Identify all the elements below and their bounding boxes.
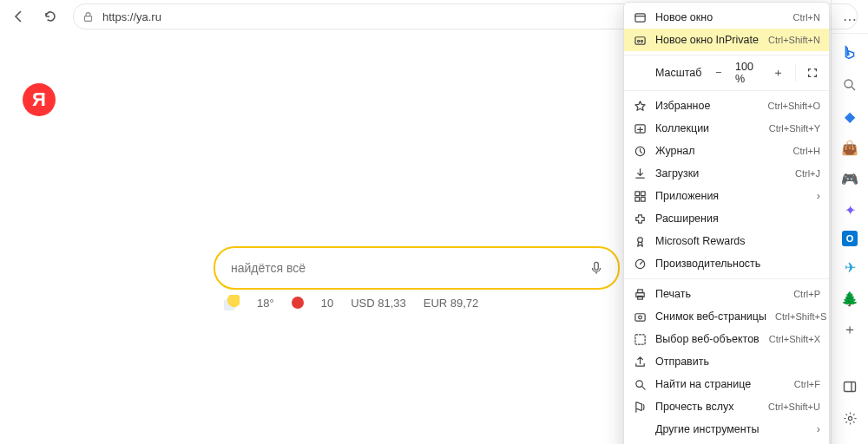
menu-item-capture[interactable]: Снимок веб-страницыCtrl+Shift+S xyxy=(624,305,829,328)
usd-rate: USD 81,33 xyxy=(351,297,406,310)
eur-rate: EUR 89,72 xyxy=(424,297,479,310)
menu-item-downloads[interactable]: ЗагрузкиCtrl+J xyxy=(624,162,829,185)
menu-item-find[interactable]: Найти на страницеCtrl+F xyxy=(624,373,829,395)
menu-item-shortcut: Ctrl+P xyxy=(793,289,820,299)
temperature: 18° xyxy=(257,297,274,310)
menu-item-history[interactable]: ЖурналCtrl+H xyxy=(624,140,829,162)
info-bar: 18° 10 USD 81,33 EUR 89,72 xyxy=(224,295,478,310)
zoom-value: 100 % xyxy=(735,61,761,85)
weather-icon xyxy=(224,295,240,310)
menu-item-shortcut: Ctrl+Shift+Y xyxy=(769,123,820,134)
favorites-icon xyxy=(633,99,647,113)
briefcase-icon[interactable]: 👜 xyxy=(839,137,860,158)
search-icon[interactable] xyxy=(839,75,860,95)
svg-point-6 xyxy=(641,40,642,42)
menu-item-shortcut: Ctrl+J xyxy=(795,168,820,179)
fullscreen-button[interactable] xyxy=(804,63,820,82)
apps-icon xyxy=(633,189,647,203)
rewards-icon xyxy=(633,234,647,248)
yandex-logo[interactable]: Я xyxy=(23,83,56,116)
menu-item-label: Расширения xyxy=(655,212,820,225)
menu-item-label: Печать xyxy=(655,288,785,300)
menu-item-label: Новое окно InPrivate xyxy=(655,34,760,46)
search-input[interactable] xyxy=(229,260,589,276)
menu-item-collections[interactable]: КоллекцииCtrl+Shift+Y xyxy=(624,117,829,140)
menu-item-label: Отправить xyxy=(655,356,820,368)
svg-rect-27 xyxy=(845,382,856,392)
games-icon[interactable]: 🎮 xyxy=(839,168,860,189)
menu-item-share[interactable]: Отправить xyxy=(624,350,829,373)
bing-icon[interactable] xyxy=(839,43,860,64)
outlook-icon[interactable]: O xyxy=(842,231,858,246)
menu-item-shortcut: Ctrl+Shift+O xyxy=(767,101,820,111)
air-quality-icon xyxy=(292,297,304,309)
lock-icon xyxy=(82,11,94,23)
copilot-icon[interactable]: ✦ xyxy=(839,199,860,220)
chevron-right-icon: › xyxy=(817,423,820,435)
refresh-button[interactable] xyxy=(36,3,64,30)
svg-rect-2 xyxy=(635,13,644,21)
zoom-in-button[interactable]: ＋ xyxy=(770,63,786,82)
add-icon[interactable]: ＋ xyxy=(839,319,860,340)
print-icon xyxy=(633,287,647,301)
menu-item-label: Приложения xyxy=(655,190,808,202)
svg-point-26 xyxy=(845,80,852,88)
perf-icon xyxy=(633,257,647,271)
svg-rect-18 xyxy=(637,289,642,292)
menu-item-webselect[interactable]: Выбор веб-объектовCtrl+Shift+X xyxy=(624,328,829,350)
new-window-icon xyxy=(633,10,647,24)
tree-icon[interactable]: 🌲 xyxy=(839,288,860,309)
svg-rect-0 xyxy=(84,16,91,21)
search-box[interactable] xyxy=(214,246,620,290)
menu-item-label: Другие инструменты xyxy=(655,423,808,435)
extensions-icon xyxy=(633,212,647,225)
svg-rect-14 xyxy=(641,197,645,201)
menu-item-shortcut: Ctrl+F xyxy=(794,379,820,389)
back-button[interactable] xyxy=(5,3,33,30)
edge-sidebar: ⋯ ◆ 👜 🎮 ✦ O ✈ 🌲 ＋ xyxy=(831,0,868,444)
menu-item-label: Производительность xyxy=(655,258,820,270)
svg-point-21 xyxy=(638,316,641,319)
menu-item-print[interactable]: ПечатьCtrl+P xyxy=(624,283,829,305)
menu-item-moretools[interactable]: Другие инструменты› xyxy=(624,418,829,441)
svg-rect-20 xyxy=(635,313,644,320)
readaloud-icon xyxy=(633,400,647,414)
settings-gear-icon[interactable] xyxy=(839,408,860,428)
menu-item-label: Microsoft Rewards xyxy=(655,235,820,247)
menu-item-shortcut: Ctrl+N xyxy=(793,12,820,23)
svg-rect-22 xyxy=(635,334,644,343)
webselect-icon xyxy=(633,332,647,346)
shopping-tag-icon[interactable]: ◆ xyxy=(839,106,860,127)
zoom-out-button[interactable]: − xyxy=(710,63,727,82)
menu-item-favorites[interactable]: ИзбранноеCtrl+Shift+O xyxy=(624,95,829,117)
menu-item-rewards[interactable]: Microsoft Rewards xyxy=(624,230,829,252)
menu-item-new-inprivate[interactable]: Новое окно InPrivateCtrl+Shift+N xyxy=(624,29,829,51)
menu-item-readaloud[interactable]: Прочесть вслухCtrl+Shift+U xyxy=(624,395,829,418)
svg-point-15 xyxy=(637,237,642,242)
menu-item-shortcut: Ctrl+H xyxy=(793,146,820,156)
share-icon xyxy=(633,355,647,369)
svg-rect-12 xyxy=(641,191,645,195)
menu-item-label: Загрузки xyxy=(655,167,786,180)
more-button[interactable]: ⋯ xyxy=(836,5,864,33)
air-quality: 10 xyxy=(321,297,333,310)
menu-item-label: Найти на странице xyxy=(655,378,786,390)
svg-rect-11 xyxy=(635,191,639,195)
menu-item-label: Выбор веб-объектов xyxy=(655,333,760,345)
chevron-right-icon: › xyxy=(817,190,820,202)
panel-icon[interactable] xyxy=(839,376,860,397)
menu-item-shortcut: Ctrl+Shift+U xyxy=(768,402,820,412)
menu-item-perf[interactable]: Производительность xyxy=(624,252,829,275)
menu-item-shortcut: Ctrl+Shift+S xyxy=(775,311,826,322)
mic-icon[interactable] xyxy=(589,260,604,276)
menu-item-apps[interactable]: Приложения› xyxy=(624,185,829,207)
menu-item-extensions[interactable]: Расширения xyxy=(624,207,829,230)
zoom-label: Масштаб xyxy=(655,67,701,79)
capture-icon xyxy=(633,310,647,323)
menu-item-label: Прочесть вслух xyxy=(655,401,760,413)
svg-rect-19 xyxy=(637,296,642,299)
menu-item-label: Новое окно xyxy=(655,11,785,23)
telegram-icon[interactable]: ✈ xyxy=(839,257,860,278)
menu-item-new-window[interactable]: Новое окноCtrl+N xyxy=(624,6,829,29)
menu-item-label: Журнал xyxy=(655,145,785,157)
